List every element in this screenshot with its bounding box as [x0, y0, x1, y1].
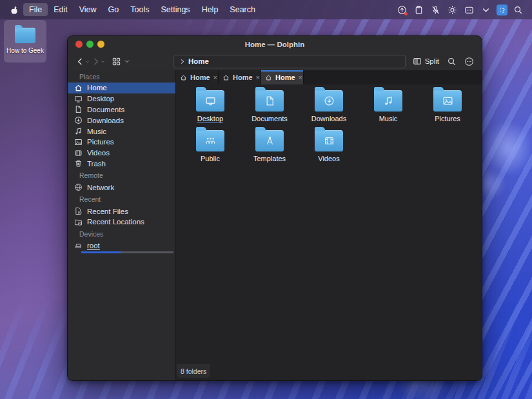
folder-label: Videos	[318, 155, 339, 162]
back-button[interactable]	[75, 57, 85, 66]
sidebar-item-label: Videos	[87, 149, 110, 157]
assistant-icon[interactable]	[497, 5, 507, 15]
menu-settings[interactable]: Settings	[155, 3, 195, 16]
folder-music[interactable]: Music	[359, 87, 417, 127]
sidebar-item-recent-locations[interactable]: Recent Locations	[68, 217, 175, 228]
folder-public[interactable]: Public	[181, 127, 239, 167]
pictures-icon	[74, 138, 83, 146]
home-icon	[74, 84, 83, 92]
display-icon[interactable]	[463, 4, 475, 16]
music-emblem-icon	[383, 95, 394, 106]
tab-close-icon[interactable]: ×	[299, 74, 302, 81]
tab-home[interactable]: Home×	[176, 70, 219, 84]
sidebar-section-devices: Devices	[68, 228, 175, 240]
brightness-icon[interactable]	[446, 4, 458, 16]
menu-file[interactable]: File	[23, 3, 48, 16]
folder-label: Templates	[253, 155, 286, 162]
folder-downloads[interactable]: Downloads	[300, 87, 358, 127]
view-mode-grid-button[interactable]	[112, 57, 121, 66]
folder-videos[interactable]: Videos	[300, 127, 358, 167]
sidebar-item-recent-files[interactable]: Recent Files	[68, 206, 175, 217]
close-window-button[interactable]	[75, 41, 83, 48]
documents-icon	[74, 105, 83, 113]
menu-view[interactable]: View	[74, 3, 103, 16]
maximize-window-button[interactable]	[86, 41, 94, 48]
folder-icon	[196, 90, 224, 112]
folder-icon	[315, 130, 343, 151]
folder-icon	[196, 130, 224, 151]
breadcrumb-arrow-icon[interactable]	[179, 58, 186, 65]
search-icon[interactable]	[512, 4, 524, 16]
desktop-icon-how-to-geek[interactable]: How to Geek	[4, 20, 46, 63]
sidebar-item-music[interactable]: Music	[68, 126, 175, 137]
sidebar-item-label: Recent Locations	[87, 218, 144, 226]
toolbar-right-actions: Split	[413, 57, 474, 66]
tab-close-icon[interactable]: ×	[256, 74, 260, 81]
sidebar-item-label: Network	[87, 184, 114, 191]
update-icon[interactable]	[396, 4, 408, 16]
search-button[interactable]	[447, 57, 457, 66]
sidebar-item-label: Documents	[87, 106, 124, 113]
sidebar-item-home[interactable]: Home	[68, 83, 175, 93]
overflow-menu-button[interactable]	[464, 57, 474, 66]
forward-history-caret-icon[interactable]	[101, 59, 105, 64]
mic-muted-icon[interactable]	[429, 4, 442, 16]
tab-bar: Home×Home×Home×	[176, 70, 482, 84]
home-icon	[222, 74, 230, 81]
folder-label: Pictures	[435, 115, 460, 122]
window-title-bar[interactable]: Home — Dolphin	[68, 36, 482, 52]
menu-edit[interactable]: Edit	[48, 3, 74, 16]
trash-icon	[74, 159, 83, 168]
tab-home-active[interactable]: Home×	[261, 70, 304, 84]
breadcrumb-location[interactable]: Home	[188, 57, 209, 65]
sidebar-item-downloads[interactable]: Downloads	[68, 115, 175, 126]
chevron-down-icon[interactable]	[480, 4, 492, 16]
window-main-area: PlacesHomeDesktopDocumentsDownloadsMusic…	[68, 70, 482, 381]
sidebar-item-trash[interactable]: Trash	[68, 159, 175, 170]
folder-icon	[315, 90, 343, 112]
templates-emblem-icon	[264, 135, 275, 146]
recent-files-icon	[74, 207, 83, 215]
tab-home[interactable]: Home×	[219, 70, 261, 84]
sidebar-section-remote: Remote	[68, 169, 175, 182]
forward-button[interactable]	[91, 57, 101, 66]
sidebar-item-network[interactable]: Network	[68, 182, 175, 193]
menu-help[interactable]: Help	[196, 3, 224, 16]
videos-emblem-icon	[324, 135, 335, 146]
traffic-lights	[75, 36, 104, 52]
sidebar-item-documents[interactable]: Documents	[68, 104, 175, 115]
sidebar-item-desktop[interactable]: Desktop	[68, 93, 175, 104]
split-view-button[interactable]: Split	[413, 57, 439, 66]
notification-badge	[404, 12, 408, 15]
back-history-caret-icon[interactable]	[85, 59, 90, 64]
clipboard-icon[interactable]	[413, 4, 425, 16]
folder-pictures[interactable]: Pictures	[419, 87, 477, 127]
sidebar-section-recent: Recent	[68, 193, 175, 206]
apple-menu-icon[interactable]	[9, 5, 19, 15]
view-mode-chevron-down-icon[interactable]	[124, 58, 130, 64]
navigation-buttons	[75, 57, 173, 66]
sidebar-item-root[interactable]: root	[68, 240, 175, 251]
folder-view[interactable]: DesktopDocumentsDownloadsMusicPicturesPu…	[176, 84, 482, 381]
folder-documents[interactable]: Documents	[241, 87, 299, 127]
menu-tools[interactable]: Tools	[124, 3, 155, 16]
folder-templates[interactable]: Templates	[241, 127, 299, 167]
menu-go[interactable]: Go	[103, 3, 125, 16]
tab-close-icon[interactable]: ×	[213, 74, 217, 81]
tab-label: Home	[275, 73, 295, 81]
location-breadcrumb-bar[interactable]: Home	[173, 55, 406, 68]
folder-icon	[255, 130, 284, 151]
macos-menu-bar: FileEditViewGoToolsSettingsHelpSearch	[0, 0, 532, 19]
sidebar-item-pictures[interactable]: Pictures	[68, 137, 175, 148]
sidebar-item-label: Trash	[87, 160, 106, 168]
desktop-emblem-icon	[205, 95, 216, 106]
minimize-window-button[interactable]	[97, 41, 104, 48]
downloads-emblem-icon	[324, 95, 335, 106]
sidebar-item-videos[interactable]: Videos	[68, 148, 175, 159]
desktop-icon	[74, 95, 83, 103]
split-button-label: Split	[425, 57, 439, 65]
folder-grid: DesktopDocumentsDownloadsMusicPicturesPu…	[176, 84, 482, 167]
folder-desktop[interactable]: Desktop	[181, 87, 239, 127]
menu-search[interactable]: Search	[224, 3, 261, 16]
desktop-icon-label: How to Geek	[6, 47, 44, 54]
